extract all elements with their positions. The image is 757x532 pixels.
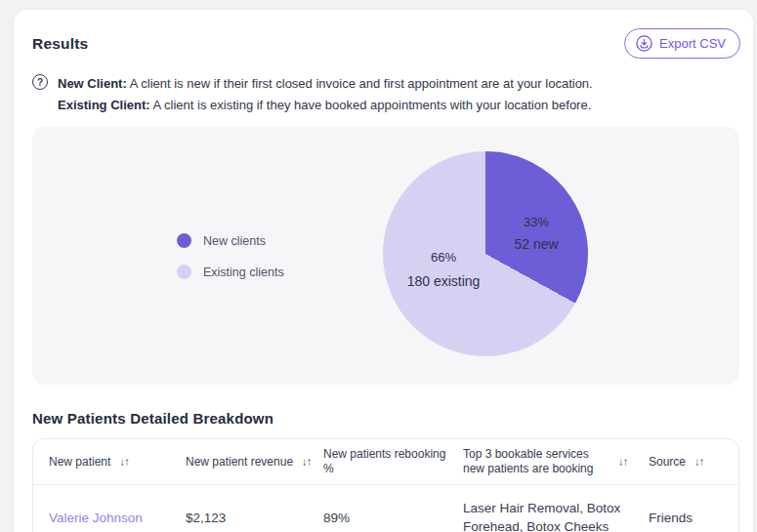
column-header-source: Source ↓↑ (649, 455, 723, 470)
pie-label-new-percent: 33% (524, 215, 549, 229)
sort-icon[interactable]: ↓↑ (119, 456, 129, 468)
client-definitions: ? New Client: A client is new if their f… (32, 73, 740, 116)
legend-label-existing-clients: Existing clients (203, 266, 284, 279)
new-patients-table: New patient ↓↑ New patient revenue ↓↑ Ne… (32, 438, 739, 532)
column-header-rebooking: New patients rebooking % (323, 447, 463, 476)
column-header-services: Top 3 bookable services new patients are… (463, 447, 649, 476)
export-csv-label: Export CSV (659, 36, 726, 51)
download-icon (636, 35, 652, 52)
cell-rebooking: 89% (323, 509, 463, 527)
results-card: Results Export CSV ? New Client: A clien… (14, 10, 753, 532)
legend-item-new-clients: New clients (177, 233, 284, 248)
patient-name-link[interactable]: Valerie Johnson (49, 511, 143, 525)
existing-client-definition: Existing Client: A client is existing if… (58, 95, 593, 116)
pie-label-new-count: 52 new (514, 236, 558, 252)
column-header-revenue: New patient revenue ↓↑ (186, 455, 323, 470)
pie-label-existing-count: 180 existing (407, 273, 481, 289)
cell-source: Friends (649, 509, 723, 527)
legend-item-existing-clients: Existing clients (177, 265, 284, 279)
cell-revenue: $2,123 (186, 509, 323, 527)
table-heading: New Patients Detailed Breakdown (32, 410, 740, 427)
legend-swatch-existing-clients (177, 265, 191, 279)
column-header-new-patient: New patient ↓↑ (49, 455, 186, 470)
chart-legend: New clients Existing clients (177, 233, 284, 279)
sort-icon[interactable]: ↓↑ (694, 456, 704, 468)
new-client-definition: New Client: A client is new if their fir… (58, 73, 593, 95)
pie-chart[interactable]: 33% 52 new 66% 180 existing (383, 151, 588, 356)
pie-label-existing-percent: 66% (431, 250, 456, 265)
card-header: Results Export CSV (32, 28, 740, 59)
table-header-row: New patient ↓↑ New patient revenue ↓↑ Ne… (33, 439, 738, 485)
legend-swatch-new-clients (177, 233, 191, 248)
table-row: Valerie Johnson $2,123 89% Laser Hair Re… (33, 485, 738, 532)
sort-icon[interactable]: ↓↑ (618, 456, 628, 468)
page-title: Results (32, 35, 88, 53)
cell-services: Laser Hair Removal, Botox Forehead, Boto… (463, 499, 639, 532)
export-csv-button[interactable]: Export CSV (624, 28, 740, 59)
legend-label-new-clients: New clients (203, 234, 266, 248)
sort-icon[interactable]: ↓↑ (302, 456, 312, 468)
help-icon[interactable]: ? (32, 74, 48, 90)
clients-pie-chart-panel: New clients Existing clients 33% 52 new … (32, 127, 739, 385)
